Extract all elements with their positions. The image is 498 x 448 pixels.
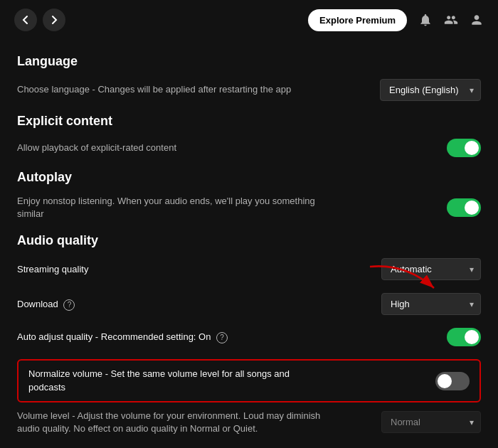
download-dropdown-wrapper[interactable]: High — [381, 293, 481, 315]
explicit-description: Allow playback of explicit-rated content — [17, 142, 176, 154]
autoplay-description: Enjoy nonstop listening. When your audio… — [17, 195, 323, 220]
autoplay-slider — [447, 198, 481, 217]
friends-button[interactable] — [444, 13, 458, 27]
language-row: Choose language - Changes will be applie… — [17, 79, 481, 101]
profile-button[interactable] — [470, 13, 484, 27]
streaming-quality-label: Streaming quality — [17, 263, 88, 276]
language-select[interactable]: English (English) — [380, 79, 481, 101]
top-right-controls: Explore Premium — [308, 9, 484, 31]
auto-adjust-row: Auto adjust quality - Recommended settin… — [17, 328, 481, 346]
nav-buttons — [14, 9, 65, 31]
audio-quality-title: Audio quality — [17, 233, 481, 248]
language-title: Language — [17, 54, 481, 69]
autoplay-section: Autoplay Enjoy nonstop listening. When y… — [17, 170, 481, 220]
download-label: Download ? — [17, 298, 75, 311]
auto-adjust-info-icon[interactable]: ? — [216, 332, 228, 343]
explicit-toggle[interactable] — [447, 139, 481, 157]
explicit-slider — [447, 139, 481, 157]
volume-level-dropdown-wrapper[interactable]: Normal — [381, 411, 481, 433]
language-description: Choose language - Changes will be applie… — [17, 83, 291, 96]
auto-adjust-slider — [447, 328, 481, 346]
autoplay-row: Enjoy nonstop listening. When your audio… — [17, 195, 481, 220]
explore-premium-button[interactable]: Explore Premium — [308, 9, 407, 31]
settings-content: Language Choose language - Changes will … — [0, 40, 498, 447]
language-dropdown-wrapper[interactable]: English (English) — [380, 79, 481, 101]
explicit-row: Allow playback of explicit-rated content — [17, 139, 481, 157]
streaming-quality-select[interactable]: Automatic — [381, 258, 481, 280]
normalize-row: Normalize volume - Set the same volume l… — [28, 368, 470, 393]
autoplay-title: Autoplay — [17, 170, 481, 185]
explicit-section: Explicit content Allow playback of expli… — [17, 114, 481, 157]
language-section: Language Choose language - Changes will … — [17, 54, 481, 101]
download-info-icon[interactable]: ? — [63, 299, 75, 311]
streaming-quality-dropdown-wrapper[interactable]: Automatic — [381, 258, 481, 280]
top-bar: Explore Premium — [0, 0, 498, 40]
auto-adjust-toggle[interactable] — [447, 328, 481, 346]
normalize-label: Normalize volume - Set the same volume l… — [28, 368, 313, 393]
volume-level-select[interactable]: Normal — [381, 411, 481, 433]
volume-level-label: Volume level - Adjust the volume for you… — [17, 410, 323, 435]
download-row: Download ? High — [17, 293, 481, 315]
normalize-highlight-box: Normalize volume - Set the same volume l… — [17, 359, 481, 402]
forward-button[interactable] — [43, 9, 65, 31]
volume-level-row: Volume level - Adjust the volume for you… — [17, 410, 481, 435]
autoplay-toggle[interactable] — [447, 198, 481, 217]
audio-quality-section: Audio quality Streaming quality Automati… — [17, 233, 481, 435]
auto-adjust-label: Auto adjust quality - Recommended settin… — [17, 331, 228, 343]
normalize-toggle[interactable] — [435, 372, 470, 390]
explicit-title: Explicit content — [17, 114, 481, 129]
notifications-button[interactable] — [418, 13, 433, 27]
download-select[interactable]: High — [381, 293, 481, 315]
back-button[interactable] — [14, 9, 37, 31]
streaming-quality-row: Streaming quality Automatic — [17, 258, 481, 280]
normalize-slider — [435, 372, 470, 390]
